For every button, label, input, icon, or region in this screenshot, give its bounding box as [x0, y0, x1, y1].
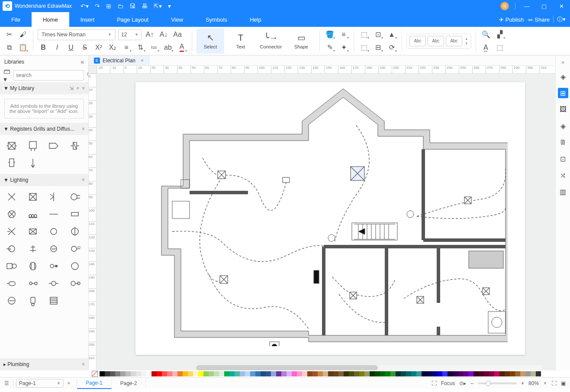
- section-lighting[interactable]: ▼ Lighting ×: [0, 174, 88, 186]
- grow-font-button[interactable]: A↑: [144, 29, 155, 40]
- close-section-icon[interactable]: ×: [82, 85, 85, 91]
- library-symbol[interactable]: [45, 190, 62, 204]
- zoom-slider[interactable]: [478, 382, 517, 384]
- library-symbol[interactable]: [3, 207, 20, 222]
- tab-page-layout[interactable]: Page Layout: [106, 12, 160, 27]
- color-swatch[interactable]: [479, 371, 484, 376]
- color-swatch[interactable]: [157, 371, 162, 376]
- color-swatch[interactable]: [302, 371, 307, 376]
- color-swatch[interactable]: [531, 371, 536, 376]
- font-size-select[interactable]: 12▼: [118, 29, 142, 40]
- page-select[interactable]: Page-1▼: [16, 379, 64, 388]
- section-plumbing[interactable]: ▸ Plumbing ×: [0, 358, 88, 370]
- library-symbol[interactable]: [25, 293, 41, 308]
- library-symbol[interactable]: [45, 276, 62, 291]
- color-swatch[interactable]: [172, 371, 177, 376]
- library-symbol[interactable]: [67, 190, 83, 204]
- color-swatch[interactable]: [297, 371, 302, 376]
- color-swatch[interactable]: [323, 371, 328, 376]
- close-lighting-icon[interactable]: ×: [82, 177, 85, 183]
- color-swatch[interactable]: [380, 371, 385, 376]
- color-swatch[interactable]: [536, 371, 541, 376]
- color-swatch[interactable]: [271, 371, 276, 376]
- close-registers-icon[interactable]: ×: [82, 126, 85, 132]
- fit-page-button[interactable]: ⛶: [551, 380, 557, 386]
- library-symbol[interactable]: [45, 138, 62, 153]
- align-button[interactable]: ≡▾: [121, 42, 132, 53]
- color-swatch[interactable]: [261, 371, 266, 376]
- document-tab[interactable]: E Electrical Plan ×: [89, 55, 149, 65]
- tab-symbols[interactable]: Symbols: [194, 12, 238, 27]
- color-swatch[interactable]: [494, 371, 499, 376]
- color-swatch[interactable]: [437, 371, 442, 376]
- color-swatch[interactable]: [235, 371, 240, 376]
- style-chip-2[interactable]: Abc: [428, 36, 444, 46]
- color-swatch[interactable]: [401, 371, 406, 376]
- text-direction-button[interactable]: ab▾: [162, 42, 174, 53]
- focus-label[interactable]: Focus: [441, 380, 455, 386]
- color-swatch[interactable]: [416, 371, 422, 376]
- color-swatch[interactable]: [427, 371, 432, 376]
- color-swatch[interactable]: [292, 371, 297, 376]
- select-tool[interactable]: ↖Select: [196, 29, 224, 54]
- color-swatch[interactable]: [193, 371, 198, 376]
- library-symbol[interactable]: [3, 190, 20, 204]
- shrink-font-button[interactable]: A↓: [158, 29, 169, 40]
- color-swatch[interactable]: [209, 371, 214, 376]
- color-swatch[interactable]: [126, 371, 131, 376]
- library-symbol[interactable]: [25, 224, 41, 239]
- color-swatch[interactable]: [146, 371, 151, 376]
- new-button[interactable]: ⊞: [106, 3, 111, 10]
- library-symbol[interactable]: ⊕: [3, 241, 20, 256]
- fill-button[interactable]: 🪣▾: [324, 29, 335, 40]
- color-swatch[interactable]: [448, 371, 453, 376]
- library-symbol[interactable]: [3, 224, 20, 239]
- replace-text-button[interactable]: A̲: [480, 42, 492, 53]
- shape-styles-gallery[interactable]: Abc Abc Abc ▲▼: [406, 34, 471, 48]
- color-swatch[interactable]: [255, 371, 261, 376]
- library-symbol[interactable]: [3, 293, 20, 308]
- fullscreen-button[interactable]: ▣: [561, 380, 566, 386]
- color-swatch[interactable]: [328, 371, 333, 376]
- print-button[interactable]: 🖶: [142, 3, 148, 10]
- library-symbol[interactable]: [45, 224, 62, 239]
- find-button[interactable]: 🔍: [480, 29, 492, 40]
- flip-button[interactable]: ▲▾: [386, 29, 397, 40]
- color-swatch[interactable]: [525, 371, 531, 376]
- color-swatch[interactable]: [453, 371, 458, 376]
- library-symbol[interactable]: [67, 224, 83, 239]
- library-symbol[interactable]: [67, 207, 83, 222]
- library-symbol[interactable]: [25, 156, 41, 170]
- change-case-button[interactable]: Aa: [172, 29, 183, 40]
- library-symbol[interactable]: [67, 276, 83, 291]
- text-tool[interactable]: TText: [227, 29, 254, 54]
- paste-button[interactable]: 📋▾: [17, 42, 29, 53]
- color-swatch[interactable]: [224, 371, 229, 376]
- color-swatch[interactable]: [338, 371, 344, 376]
- connector-tool[interactable]: ╰→Connector: [257, 29, 285, 54]
- rotate-button[interactable]: ⟳▾: [386, 42, 397, 53]
- library-symbol[interactable]: [25, 241, 41, 256]
- tab-view[interactable]: View: [160, 12, 194, 27]
- redo-button[interactable]: ↷: [95, 3, 100, 10]
- color-swatch[interactable]: [406, 371, 411, 376]
- save-button[interactable]: 🖫: [129, 3, 135, 10]
- page-tab-2[interactable]: Page-2: [112, 378, 146, 389]
- library-symbol[interactable]: [45, 293, 62, 308]
- color-swatch[interactable]: [489, 371, 494, 376]
- import-icon[interactable]: ⇲: [69, 85, 74, 91]
- library-symbol[interactable]: [3, 276, 20, 291]
- color-swatch[interactable]: [312, 371, 318, 376]
- bring-front-button[interactable]: ⬚▾: [358, 29, 370, 40]
- line-color-button[interactable]: ✎▾: [324, 42, 335, 53]
- library-symbol[interactable]: [25, 190, 41, 204]
- color-swatch[interactable]: [141, 371, 146, 376]
- color-swatch[interactable]: [442, 371, 448, 376]
- color-swatch[interactable]: [240, 371, 245, 376]
- library-symbol[interactable]: [25, 207, 41, 222]
- color-swatch[interactable]: [214, 371, 219, 376]
- style-chip-1[interactable]: Abc: [409, 36, 426, 46]
- send-back-button[interactable]: ⬚▾: [358, 42, 370, 53]
- page-panel-icon[interactable]: 🗎: [558, 137, 568, 148]
- color-swatch[interactable]: [463, 371, 468, 376]
